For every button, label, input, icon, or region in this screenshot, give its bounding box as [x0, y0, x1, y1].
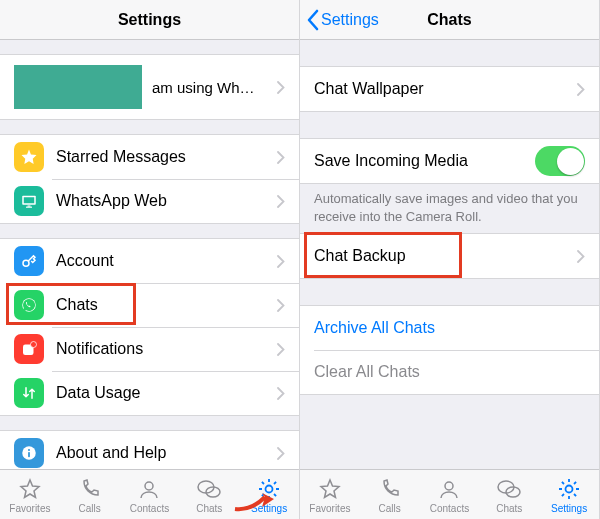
profile-avatar-redacted: [14, 65, 142, 109]
chevron-right-icon: [277, 299, 285, 312]
profile-row[interactable]: am using Wh…: [0, 54, 299, 120]
tab-label: Contacts: [430, 503, 469, 514]
tab-chats[interactable]: Chats: [179, 470, 239, 519]
chevron-right-icon: [277, 151, 285, 164]
svg-rect-3: [24, 197, 35, 203]
row-starred-messages[interactable]: Starred Messages: [0, 135, 299, 179]
star-icon: [14, 142, 44, 172]
settings-group-about: About and Help: [0, 430, 299, 469]
tab-bar: Favorites Calls Contacts Chats Settings: [0, 469, 299, 519]
chevron-right-icon: [277, 447, 285, 460]
chats-content: Chat Wallpaper Save Incoming Media Autom…: [300, 40, 599, 469]
tab-contacts[interactable]: Contacts: [420, 470, 480, 519]
monitor-icon: [14, 186, 44, 216]
svg-point-18: [566, 485, 573, 492]
tab-bar: Favorites Calls Contacts Chats Settings: [300, 469, 599, 519]
phone-icon: [377, 476, 403, 502]
data-arrows-icon: [14, 378, 44, 408]
chat-bubbles-icon: [496, 476, 522, 502]
navbar: Settings Chats: [300, 0, 599, 40]
profile-status: am using Wh…: [152, 79, 271, 96]
tab-label: Settings: [551, 503, 587, 514]
tab-favorites[interactable]: Favorites: [300, 470, 360, 519]
svg-rect-1: [28, 206, 31, 207]
star-outline-icon: [317, 476, 343, 502]
svg-point-14: [266, 485, 273, 492]
tab-favorites[interactable]: Favorites: [0, 470, 60, 519]
row-label: Save Incoming Media: [314, 152, 535, 170]
row-whatsapp-web[interactable]: WhatsApp Web: [0, 179, 299, 223]
row-chat-wallpaper[interactable]: Chat Wallpaper: [300, 67, 599, 111]
settings-group-main: Account Chats Notifications: [0, 238, 299, 416]
navbar-title: Chats: [427, 11, 471, 29]
row-label: Chat Wallpaper: [314, 80, 571, 98]
chevron-right-icon: [277, 255, 285, 268]
row-label: About and Help: [56, 444, 271, 462]
settings-group-starred-web: Starred Messages WhatsApp Web: [0, 134, 299, 224]
back-label: Settings: [321, 11, 379, 29]
toggle-save-media[interactable]: [535, 146, 585, 176]
tab-label: Calls: [79, 503, 101, 514]
navbar-title: Settings: [118, 11, 181, 29]
tab-label: Chats: [196, 503, 222, 514]
tab-settings[interactable]: Settings: [239, 470, 299, 519]
tab-settings[interactable]: Settings: [539, 470, 599, 519]
tab-label: Settings: [251, 503, 287, 514]
chevron-right-icon: [277, 387, 285, 400]
row-chat-backup[interactable]: Chat Backup: [300, 234, 599, 278]
row-save-incoming-media[interactable]: Save Incoming Media: [300, 139, 599, 183]
row-label: Archive All Chats: [314, 319, 585, 337]
footer-save-media: Automatically save images and video that…: [300, 184, 599, 233]
svg-point-9: [28, 449, 30, 451]
chevron-right-icon: [577, 83, 585, 96]
group-archive-clear: Archive All Chats Clear All Chats: [300, 305, 599, 395]
chevron-right-icon: [277, 195, 285, 208]
row-label: Notifications: [56, 340, 271, 358]
chevron-right-icon: [277, 343, 285, 356]
row-data-usage[interactable]: Data Usage: [0, 371, 299, 415]
phone-icon: [77, 476, 103, 502]
chats-settings-screen: Settings Chats Chat Wallpaper Save Incom…: [300, 0, 600, 519]
tab-calls[interactable]: Calls: [360, 470, 420, 519]
tab-chats[interactable]: Chats: [479, 470, 539, 519]
contact-icon: [136, 476, 162, 502]
chevron-left-icon: [306, 9, 319, 31]
key-icon: [14, 246, 44, 276]
tab-label: Calls: [379, 503, 401, 514]
row-chats[interactable]: Chats: [0, 283, 299, 327]
row-notifications[interactable]: Notifications: [0, 327, 299, 371]
tab-label: Favorites: [9, 503, 50, 514]
row-account[interactable]: Account: [0, 239, 299, 283]
row-about-help[interactable]: About and Help: [0, 431, 299, 469]
settings-screen: Settings am using Wh… Starred Messages W…: [0, 0, 300, 519]
back-button[interactable]: Settings: [306, 9, 379, 31]
contact-icon: [436, 476, 462, 502]
svg-point-7: [31, 342, 37, 348]
group-wallpaper: Chat Wallpaper: [300, 66, 599, 112]
row-label: Clear All Chats: [314, 363, 585, 381]
navbar: Settings: [0, 0, 299, 40]
row-label: Chat Backup: [314, 247, 571, 265]
settings-content: am using Wh… Starred Messages WhatsApp W…: [0, 40, 299, 469]
tab-calls[interactable]: Calls: [60, 470, 120, 519]
tab-label: Favorites: [309, 503, 350, 514]
row-label: Starred Messages: [56, 148, 271, 166]
chat-bubbles-icon: [196, 476, 222, 502]
app-badge-icon: [14, 334, 44, 364]
row-label: WhatsApp Web: [56, 192, 271, 210]
chevron-right-icon: [577, 250, 585, 263]
group-save-media: Save Incoming Media: [300, 138, 599, 184]
gear-icon: [556, 476, 582, 502]
whatsapp-icon: [14, 290, 44, 320]
row-archive-all-chats[interactable]: Archive All Chats: [300, 306, 599, 350]
row-label: Chats: [56, 296, 271, 314]
row-clear-all-chats[interactable]: Clear All Chats: [300, 350, 599, 394]
gear-icon: [256, 476, 282, 502]
tab-contacts[interactable]: Contacts: [120, 470, 180, 519]
star-outline-icon: [17, 476, 43, 502]
tab-label: Contacts: [130, 503, 169, 514]
row-label: Data Usage: [56, 384, 271, 402]
group-backup: Chat Backup: [300, 233, 599, 279]
chevron-right-icon: [277, 81, 285, 94]
svg-rect-10: [28, 452, 30, 457]
